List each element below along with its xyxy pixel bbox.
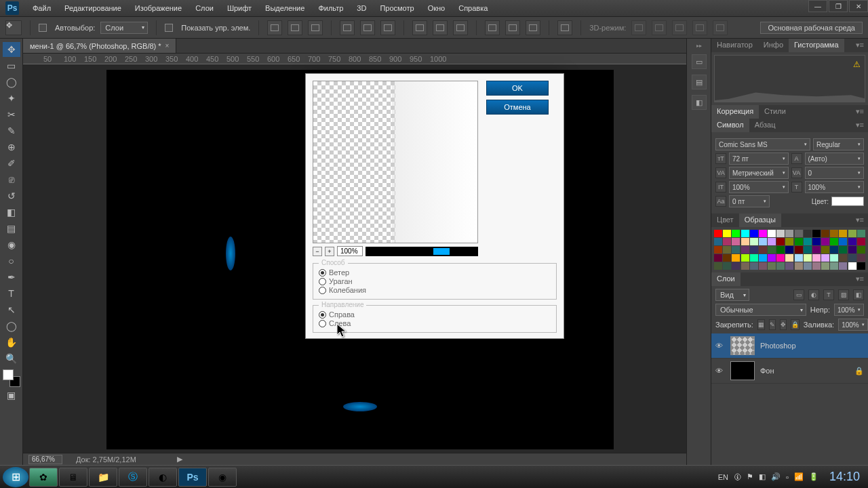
tray-icon[interactable]: 🔊 [771,472,781,481]
hand-tool[interactable]: ✋ [3,335,20,350]
foreground-color[interactable] [3,369,14,380]
menu-edit[interactable]: Редактирование [64,4,121,12]
lock-move-icon[interactable]: ✥ [780,319,787,330]
filter-icon[interactable]: ◐ [808,289,819,300]
histogram-tab[interactable]: Гистограмма [789,39,844,52]
color-swatch[interactable] [839,262,847,270]
stamp-tool[interactable]: ⎚ [3,172,20,187]
menu-filter[interactable]: Фильтр [318,4,343,12]
color-swatch[interactable] [776,230,785,237]
layer-item[interactable]: 👁 Photoshop [711,333,868,359]
color-swatch[interactable] [768,254,776,262]
align-icon[interactable] [288,20,302,35]
auto-align-icon[interactable] [557,20,572,35]
color-swatch[interactable] [812,262,821,270]
tracking-field[interactable]: 0 [805,167,865,179]
cancel-button[interactable]: Отмена [486,100,549,115]
heal-tool[interactable]: ⊕ [3,140,20,155]
color-swatch[interactable] [848,262,856,270]
clock[interactable]: 14:10 [829,470,860,484]
move-tool-icon[interactable]: ✥ [5,20,22,35]
color-swatch[interactable] [776,246,785,253]
color-swatch[interactable] [785,230,793,237]
layer-thumbnail[interactable] [730,336,755,355]
color-swatch[interactable] [830,230,838,237]
wand-tool[interactable]: ✦ [3,91,20,106]
taskbar-icon[interactable]: 📁 [89,468,117,487]
font-family-dropdown[interactable]: Comic Sans MS [715,138,810,150]
color-swatch[interactable] [812,238,821,245]
visibility-icon[interactable]: 👁 [715,342,725,350]
color-swatch[interactable] [785,238,793,245]
color-tab[interactable]: Цвет [711,214,739,227]
color-swatch[interactable] [848,254,856,262]
color-swatch[interactable] [723,254,731,262]
panel-menu-icon[interactable]: ▾≡ [852,119,868,132]
color-swatch[interactable] [732,262,740,270]
color-swatch[interactable] [830,246,838,253]
color-swatch[interactable] [732,238,740,245]
method-wind-radio[interactable]: Ветер [319,268,551,277]
taskbar-icon[interactable]: 🖥 [59,468,87,487]
color-swatch[interactable] [776,238,785,245]
distribute-icon[interactable] [505,20,520,35]
zoom-level-field[interactable]: 66,67% [28,455,62,464]
close-button[interactable]: ✕ [849,0,868,12]
color-swatch[interactable] [785,262,793,270]
color-swatch[interactable] [759,254,767,262]
layer-item[interactable]: 👁 Фон 🔒 [711,359,868,384]
color-swatch[interactable] [741,238,749,245]
shape-tool[interactable]: ◯ [3,319,20,333]
swatches-tab[interactable]: Образцы [739,214,781,227]
color-swatch[interactable] [830,262,838,270]
navigator-tab[interactable]: Навигатор [711,39,758,52]
layer-thumbnail[interactable] [730,361,755,380]
menu-view[interactable]: Просмотр [380,4,414,12]
scroll-arrow-icon[interactable]: ▶ [177,455,182,464]
tray-icon[interactable]: 📶 [794,472,804,481]
color-swatch[interactable] [839,238,847,245]
color-swatch[interactable] [759,246,767,253]
distribute-icon[interactable] [453,20,468,35]
blur-tool[interactable]: ◉ [3,237,20,252]
color-swatch[interactable] [714,262,722,270]
color-swatch[interactable] [857,262,865,270]
start-button[interactable]: ⊞ [3,467,28,487]
blend-mode-dropdown[interactable]: Обычные [715,304,806,316]
color-swatch[interactable] [741,246,749,253]
color-swatch[interactable] [732,246,740,253]
lock-brush-icon[interactable]: ✎ [769,319,776,330]
color-swatch[interactable] [741,230,749,237]
color-swatch[interactable] [785,246,793,253]
align-icon[interactable] [308,20,323,35]
move-tool[interactable]: ✥ [3,42,20,57]
color-swatch[interactable] [795,262,803,270]
color-swatch[interactable] [857,230,865,237]
character-tab[interactable]: Символ [711,119,749,132]
color-swatch[interactable] [723,246,731,253]
color-swatch[interactable] [857,254,865,262]
color-swatch[interactable] [714,254,722,262]
color-swatch[interactable] [776,254,785,262]
menu-type[interactable]: Шрифт [227,4,252,12]
color-swatch[interactable] [768,262,776,270]
taskbar-icon[interactable]: ✿ [29,468,58,487]
zoom-percent-field[interactable]: 100% [337,246,363,256]
panel-menu-icon[interactable]: ▾≡ [852,39,868,52]
brush-tool[interactable]: ✐ [3,156,20,171]
color-swatch[interactable] [839,230,847,237]
layer-name[interactable]: Photoshop [760,342,796,350]
taskbar-icon[interactable]: ◉ [208,468,237,487]
lock-all-icon[interactable]: 🔒 [791,319,800,330]
color-swatch[interactable] [830,254,838,262]
color-swatch[interactable] [821,230,829,237]
color-swatch[interactable] [804,262,812,270]
zoom-slider[interactable] [366,247,478,256]
menu-select[interactable]: Выделение [265,4,304,12]
swatch-grid[interactable] [714,230,865,270]
direction-right-radio[interactable]: Справа [319,310,551,319]
color-swatch[interactable] [768,238,776,245]
color-swatch[interactable] [839,254,847,262]
lock-pixels-icon[interactable]: ▦ [757,319,765,330]
color-swatch[interactable] [759,262,767,270]
